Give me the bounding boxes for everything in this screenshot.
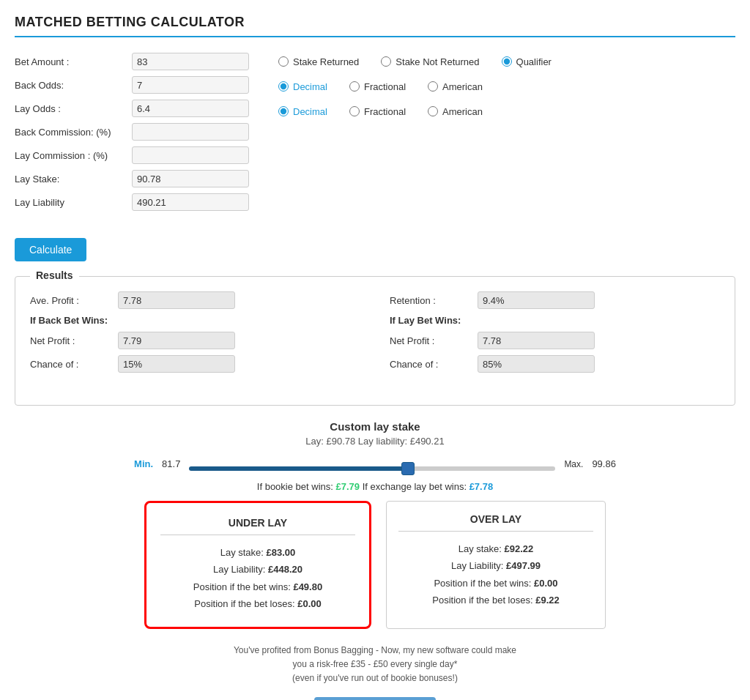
back-net-profit-value <box>118 332 235 349</box>
under-lay-wins-label: Position if the bet wins: <box>193 581 294 592</box>
qualifier-label: Qualifier <box>516 56 552 67</box>
stake-not-returned-radio[interactable] <box>381 56 391 67</box>
back-decimal-group: Decimal <box>278 81 327 92</box>
slider-track <box>189 462 555 466</box>
over-lay-liability-value: £497.99 <box>506 560 541 571</box>
lay-american-label: American <box>442 106 483 117</box>
back-odds-input[interactable] <box>132 76 249 94</box>
back-american-radio[interactable] <box>428 81 438 92</box>
stake-returned-radio[interactable] <box>278 56 289 67</box>
back-fractional-label: Fractional <box>364 81 406 92</box>
lay-stake-label: Lay Stake: <box>15 174 132 185</box>
under-lay-loses-row: Position if the bet loses: £0.00 <box>160 595 355 612</box>
lay-liability-label: Lay Liability <box>15 197 132 208</box>
custom-stake-section: Custom lay stake Lay: £90.78 Lay liabili… <box>15 420 735 629</box>
lay-fractional-radio[interactable] <box>349 106 360 116</box>
lay-stake-input[interactable] <box>132 170 249 187</box>
under-lay-loses-label: Position if the bet loses: <box>194 598 297 609</box>
lay-bet-wins-label: If Lay Bet Wins: <box>390 315 720 326</box>
custom-stake-slider[interactable] <box>189 466 555 471</box>
lay-stake-row: Lay Stake: <box>15 169 249 188</box>
over-lay-loses-label: Position if the bet loses: <box>432 595 535 606</box>
qualifier-group: Qualifier <box>502 56 552 67</box>
stake-options-row: Stake Returned Stake Not Returned Qualif… <box>278 52 735 71</box>
under-lay-content: Lay stake: £83.00 Lay Liability: £448.20… <box>160 544 355 613</box>
lay-fractional-group: Fractional <box>349 106 406 117</box>
title-divider <box>15 36 735 37</box>
back-fractional-radio[interactable] <box>349 81 360 92</box>
max-label: Max. <box>564 459 583 469</box>
max-value: 99.86 <box>592 458 616 469</box>
lay-boxes: UNDER LAY Lay stake: £83.00 Lay Liabilit… <box>15 501 735 629</box>
ave-profit-value <box>118 291 235 309</box>
lay-commission-input[interactable] <box>132 146 249 164</box>
back-commission-label: Back Commission: (%) <box>15 127 132 138</box>
slider-row: Min. 81.7 Max. 99.86 <box>15 458 735 469</box>
min-value: 81.7 <box>162 458 180 469</box>
more-info-button[interactable]: More information <box>314 697 435 700</box>
lay-liability-input[interactable] <box>132 193 249 211</box>
over-lay-title: OVER LAY <box>398 513 593 532</box>
under-lay-loses-value: £0.00 <box>297 598 322 609</box>
under-lay-stake-value: £83.00 <box>267 547 296 558</box>
promo-line2: you a risk-free £35 - £50 every single d… <box>15 658 735 671</box>
qualifier-radio[interactable] <box>502 56 512 67</box>
lay-american-radio[interactable] <box>428 106 438 116</box>
over-lay-liability-label: Lay Liability: <box>451 560 506 571</box>
under-lay-title: UNDER LAY <box>160 517 355 535</box>
back-chance-value <box>118 355 235 373</box>
ave-profit-row: Ave. Profit : <box>30 291 360 309</box>
bet-amount-input[interactable] <box>132 53 249 70</box>
info-text2: If exchange lay bet wins: <box>360 481 469 492</box>
over-lay-loses-row: Position if the bet loses: £9.22 <box>398 592 593 608</box>
back-commission-input[interactable] <box>132 123 249 141</box>
results-legend: Results <box>30 269 79 281</box>
under-lay-liability-value: £448.20 <box>268 564 302 575</box>
over-lay-wins-value: £0.00 <box>534 578 558 589</box>
lay-decimal-radio[interactable] <box>278 106 289 116</box>
back-american-group: American <box>428 81 483 92</box>
results-left-col: Ave. Profit : If Back Bet Wins: Net Prof… <box>30 291 360 379</box>
form-fields: Bet Amount : Back Odds: Lay Odds : Back … <box>15 52 249 216</box>
page-title: MATCHED BETTING CALCULATOR <box>15 15 735 30</box>
back-odds-format-row: Decimal Fractional American <box>278 77 735 96</box>
back-american-label: American <box>442 81 483 92</box>
under-lay-wins-row: Position if the bet wins: £49.80 <box>160 578 355 595</box>
under-lay-liability-row: Lay Liability: £448.20 <box>160 561 355 578</box>
stake-returned-label: Stake Returned <box>293 56 359 67</box>
lay-decimal-group: Decimal <box>278 106 327 117</box>
lay-chance-label: Chance of : <box>390 359 478 370</box>
results-grid: Ave. Profit : If Back Bet Wins: Net Prof… <box>30 291 720 379</box>
radio-options: Stake Returned Stake Not Returned Qualif… <box>278 52 735 216</box>
lay-odds-input[interactable] <box>132 100 249 117</box>
stake-returned-group: Stake Returned <box>278 56 359 67</box>
over-lay-loses-value: £9.22 <box>535 595 560 606</box>
under-lay-liability-label: Lay Liability: <box>213 564 268 575</box>
back-decimal-radio[interactable] <box>278 81 289 92</box>
stake-not-returned-label: Stake Not Returned <box>396 56 479 67</box>
ave-profit-label: Ave. Profit : <box>30 295 118 306</box>
back-chance-row: Chance of : <box>30 355 360 373</box>
lay-net-profit-value <box>478 332 595 349</box>
lay-chance-row: Chance of : <box>390 355 720 373</box>
under-lay-stake-row: Lay stake: £83.00 <box>160 544 355 561</box>
promo-line1: You've profited from Bonus Bagging - Now… <box>15 644 735 658</box>
results-section: Results Ave. Profit : If Back Bet Wins: … <box>15 276 735 406</box>
lay-commission-label: Lay Commission : (%) <box>15 150 132 161</box>
lay-fractional-label: Fractional <box>364 106 406 117</box>
over-lay-stake-label: Lay stake: <box>458 543 505 554</box>
lay-net-profit-label: Net Profit : <box>390 335 478 346</box>
info-text1: If bookie bet wins: <box>257 481 336 492</box>
retention-label: Retention : <box>390 295 478 306</box>
lay-chance-value <box>478 355 595 373</box>
over-lay-wins-label: Position if the bet wins: <box>434 578 534 589</box>
back-net-profit-label: Net Profit : <box>30 335 118 346</box>
back-commission-row: Back Commission: (%) <box>15 122 249 141</box>
calculate-button[interactable]: Calculate <box>15 238 86 261</box>
bet-amount-row: Bet Amount : <box>15 52 249 71</box>
stake-not-returned-group: Stake Not Returned <box>381 56 479 67</box>
over-lay-box: OVER LAY Lay stake: £92.22 Lay Liability… <box>386 501 606 629</box>
back-chance-label: Chance of : <box>30 359 118 370</box>
custom-stake-subtitle: Lay: £90.78 Lay liability: £490.21 <box>15 436 735 447</box>
form-section: Bet Amount : Back Odds: Lay Odds : Back … <box>15 52 735 216</box>
